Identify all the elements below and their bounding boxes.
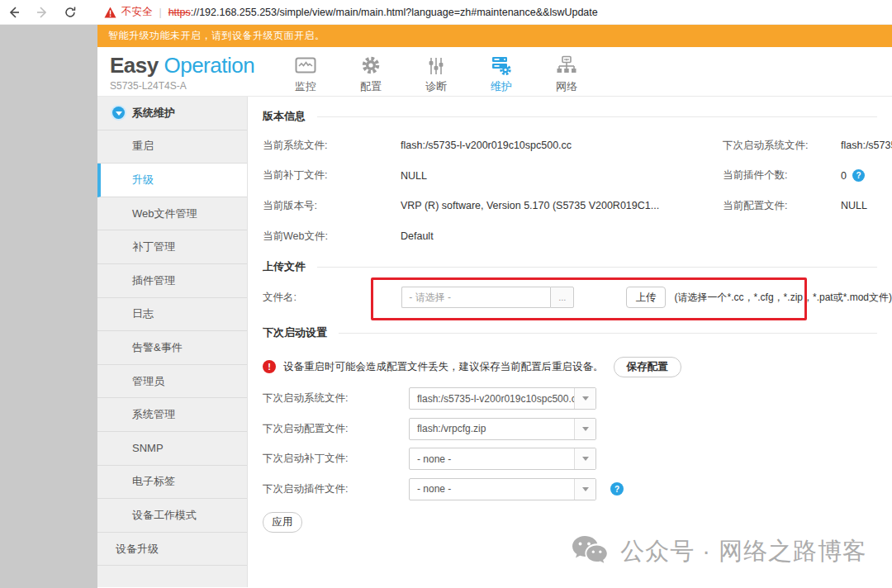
sidebar-item-web-file-management[interactable]: Web文件管理 [97,197,247,231]
version-row: 当前Web文件: Default [263,221,892,252]
sidebar-item-plugin-management[interactable]: 插件管理 [97,264,247,298]
version-row: 当前版本号: VRP (R) software, Version 5.170 (… [263,191,892,221]
sidebar-item-system-management[interactable]: 系统管理 [97,398,247,432]
current-system-file-value: flash:/s5735-l-v200r019c10spc500.cc [401,140,723,151]
page-url[interactable]: https://192.168.255.253/simple/view/main… [168,7,598,18]
sidebar: 系统维护 重启 升级 Web文件管理 补丁管理 插件管理 日志 告警&事件 管理… [97,97,248,587]
tab-diagnosis[interactable]: 诊断 [411,50,461,94]
upload-file-row: 文件名: ... 上传 (请选择一个*.cc，*.cfg，*.zip，*.pat… [263,276,892,319]
next-boot-config-file-row: 下次启动配置文件: flash:/vrpcfg.zip [263,418,892,440]
app-header: Easy Operation S5735-L24T4S-A 监控 配置 诊 [97,47,892,97]
network-icon [556,50,577,75]
wechat-icon [571,534,610,569]
watermark: 公众号 · 网络之路博客 [571,534,867,569]
sidebar-item-administrator[interactable]: 管理员 [97,365,247,399]
config-loss-warning: ! 设备重启时可能会造成配置文件丢失，建议保存当前配置后重启设备。 保存配置 [263,356,892,377]
main-content: 版本信息 当前系统文件: flash:/s5735-l-v200r019c10s… [248,97,892,587]
gear-icon [361,50,381,75]
upload-hint: (请选择一个*.cc，*.cfg，*.zip，*.pat或*.mod文件) [675,291,892,305]
desktop-background [0,25,97,588]
tab-monitor[interactable]: 监控 [281,50,330,94]
next-boot-plugin-file-select[interactable]: - none - [409,478,596,500]
chevron-down-circle-icon [112,107,125,119]
next-boot-patch-file-select[interactable]: - none - [409,448,596,470]
sidebar-item-log[interactable]: 日志 [97,298,247,332]
next-boot-system-file-select[interactable]: flash:/s5735-l-v200r019c10spc500.cc [409,387,596,410]
exclamation-icon: ! [263,360,276,373]
sidebar-item-alarm-event[interactable]: 告警&事件 [97,331,247,365]
section-title: 版本信息 [263,109,306,124]
tab-maintenance[interactable]: 维护 [477,50,526,94]
sidebar-item-restart[interactable]: 重启 [97,130,247,164]
sidebar-item-snmp[interactable]: SNMP [97,432,247,466]
monitor-icon [295,50,316,75]
easy-operation-window: 智能升级功能未开启，请到设备升级页面开启。 Easy Operation S57… [97,25,892,588]
current-patch-file-value: NULL [401,170,723,182]
section-upload-file: 上传文件 [263,258,892,276]
address-bar[interactable]: 不安全 | https://192.168.255.253/simple/vie… [96,2,606,22]
warning-text: 设备重启时可能会造成配置文件丢失，建议保存当前配置后重启设备。 [283,360,604,374]
device-model: S5735-L24T4S-A [110,80,254,92]
version-row: 当前系统文件: flash:/s5735-l-v200r019c10spc500… [263,130,892,161]
help-icon[interactable]: ? [610,482,624,496]
chevron-down-icon[interactable] [574,479,595,500]
sidebar-item-elabel[interactable]: 电子标签 [97,466,247,500]
current-web-file-value: Default [401,230,723,242]
browser-back-icon[interactable] [7,5,21,20]
section-version-info: 版本信息 [263,107,892,126]
tab-network[interactable]: 网络 [542,50,591,94]
next-boot-system-file-row: 下次启动系统文件: flash:/s5735-l-v200r019c10spc5… [263,387,892,410]
plugin-count-value: 0 [841,170,847,182]
help-icon[interactable]: ? [852,169,865,182]
browser-toolbar: 不安全 | https://192.168.255.253/simple/vie… [0,0,892,25]
logo-easy-text: Easy [110,53,159,78]
banner-text: 智能升级功能未开启，请到设备升级页面开启。 [108,29,325,43]
chevron-down-icon[interactable] [574,388,595,409]
next-boot-patch-file-row: 下次启动补丁文件: - none - [263,448,892,470]
logo-operation-text: Operation [164,53,254,78]
sliders-icon [427,50,445,75]
main-nav-tabs: 监控 配置 诊断 维护 [281,50,607,94]
upload-button[interactable]: 上传 [626,287,665,308]
save-config-button[interactable]: 保存配置 [614,357,681,377]
url-separator: | [159,7,162,18]
current-version-value: VRP (R) software, Version 5.170 (S5735 V… [401,200,723,211]
next-boot-config-file-select[interactable]: flash:/vrpcfg.zip [409,418,596,440]
insecure-label: 不安全 [121,5,153,19]
sidebar-item-patch-management[interactable]: 补丁管理 [97,230,247,264]
section-title: 上传文件 [263,259,306,274]
browser-refresh-icon[interactable] [63,5,78,20]
version-row: 当前补丁文件: NULL 当前插件个数: 0? [263,161,892,192]
sidebar-item-upgrade[interactable]: 升级 [97,164,247,197]
filename-label: 文件名: [263,291,401,305]
smart-upgrade-banner: 智能升级功能未开启，请到设备升级页面开启。 [97,25,892,47]
easy-operation-logo: Easy Operation S5735-L24T4S-A [110,53,254,92]
watermark-text: 公众号 · 网络之路博客 [620,535,867,568]
current-config-file-value: NULL [841,200,867,211]
maintenance-icon [491,50,512,75]
next-boot-plugin-file-row: 下次启动插件文件: - none - ? [263,478,892,500]
sidebar-item-device-work-mode[interactable]: 设备工作模式 [97,499,247,533]
chevron-down-icon[interactable] [574,448,595,469]
section-title: 下次启动设置 [263,325,327,340]
browse-button[interactable]: ... [550,287,574,308]
sidebar-group-system-maintenance[interactable]: 系统维护 [97,97,247,130]
section-next-boot: 下次启动设置 [263,324,892,342]
chevron-down-icon[interactable] [574,419,595,439]
apply-button[interactable]: 应用 [263,512,302,533]
browser-forward-icon[interactable] [35,5,50,20]
tab-configuration[interactable]: 配置 [346,50,396,94]
insecure-warning-icon [104,7,116,18]
sidebar-item-device-upgrade[interactable]: 设备升级 [97,533,247,567]
next-system-file-value: flash:/s5735 [841,140,892,151]
file-select-input[interactable] [401,287,550,308]
